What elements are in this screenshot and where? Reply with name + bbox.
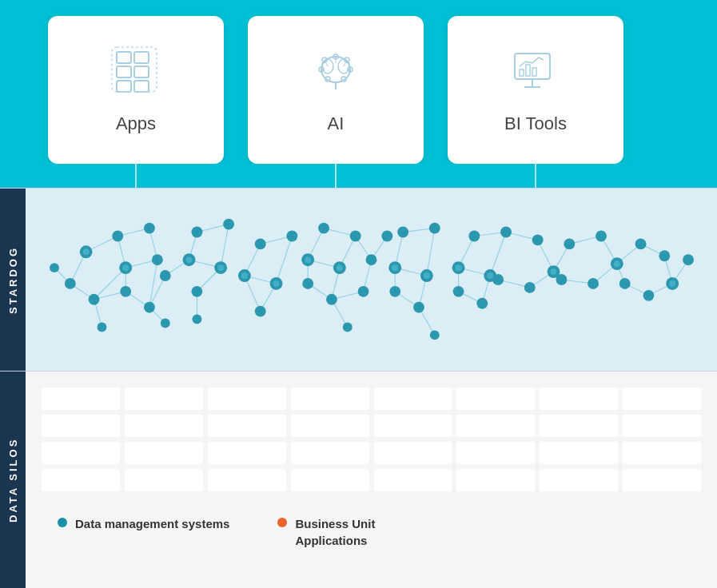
svg-point-111 <box>120 286 131 297</box>
silos-grid <box>42 387 701 491</box>
svg-point-159 <box>588 278 599 289</box>
svg-rect-2 <box>117 66 131 77</box>
svg-rect-3 <box>134 66 149 77</box>
svg-point-171 <box>241 272 248 279</box>
datasilos-content: Data management systems Business UnitApp… <box>26 371 717 588</box>
stardog-label: STARDOG <box>0 189 26 371</box>
stardog-graph <box>26 189 717 371</box>
svg-point-137 <box>366 254 377 265</box>
silo-cell <box>291 415 369 437</box>
legend-area: Data management systems Business UnitApp… <box>42 507 701 557</box>
svg-point-116 <box>161 319 170 328</box>
connector-apps <box>48 164 224 188</box>
svg-point-139 <box>397 227 408 238</box>
svg-point-157 <box>596 231 607 242</box>
svg-point-140 <box>429 223 440 234</box>
svg-point-176 <box>424 272 430 279</box>
svg-point-123 <box>192 315 201 324</box>
bi-label: BI Tools <box>504 113 567 134</box>
silo-cell <box>208 442 286 464</box>
bi-icon <box>510 46 562 104</box>
silo-cell <box>540 415 618 437</box>
silo-cell <box>623 387 701 410</box>
legend-item-orange: Business UnitApplications <box>277 515 375 549</box>
silo-cell <box>208 469 286 491</box>
datasilos-label: DATA SILOS <box>0 371 26 588</box>
silo-cell <box>291 387 369 410</box>
svg-point-112 <box>152 254 163 265</box>
silo-cell <box>456 387 535 410</box>
silo-cell <box>208 387 286 410</box>
silo-cell <box>623 415 701 437</box>
legend-dot-orange <box>277 518 287 527</box>
main-container: Apps <box>0 0 717 588</box>
silo-cell <box>42 469 120 491</box>
legend-text-blue: Data management systems <box>75 515 229 532</box>
svg-point-156 <box>564 238 575 249</box>
svg-point-154 <box>524 282 536 293</box>
svg-point-145 <box>430 330 440 340</box>
silo-cell <box>540 442 618 464</box>
svg-point-118 <box>223 219 234 230</box>
svg-line-83 <box>490 232 506 276</box>
svg-line-36 <box>94 268 126 300</box>
silo-cell <box>125 415 203 437</box>
svg-point-155 <box>492 274 504 285</box>
ai-card: AI <box>248 16 424 164</box>
svg-point-162 <box>659 250 670 261</box>
svg-point-146 <box>468 231 480 242</box>
silo-cell <box>374 415 452 437</box>
silo-cell <box>42 442 120 464</box>
datasilos-section: DATA SILOS <box>0 371 717 588</box>
svg-point-175 <box>392 264 398 271</box>
svg-point-107 <box>144 223 155 234</box>
silo-cell <box>125 387 203 410</box>
apps-card: Apps <box>48 16 224 164</box>
svg-point-160 <box>556 274 567 285</box>
svg-point-178 <box>487 272 493 279</box>
bi-card: BI Tools <box>448 16 623 164</box>
silo-cell <box>208 415 286 437</box>
legend-text-orange: Business UnitApplications <box>295 515 375 549</box>
silo-cell <box>623 442 701 464</box>
silo-cell <box>623 469 701 491</box>
svg-line-57 <box>277 236 293 283</box>
svg-point-115 <box>144 302 155 313</box>
svg-line-75 <box>427 228 435 276</box>
silo-cell <box>540 387 618 410</box>
svg-point-110 <box>89 294 100 305</box>
apps-icon <box>110 46 162 104</box>
svg-point-167 <box>83 248 90 255</box>
svg-point-133 <box>326 294 337 305</box>
silo-cell <box>456 442 535 464</box>
svg-point-134 <box>302 278 313 289</box>
svg-point-135 <box>343 323 353 332</box>
svg-point-150 <box>476 298 488 309</box>
svg-point-130 <box>350 231 361 242</box>
svg-point-129 <box>318 223 329 234</box>
silo-cell <box>374 442 452 464</box>
svg-point-180 <box>614 260 620 267</box>
svg-rect-1 <box>134 52 149 63</box>
silo-cell <box>456 469 535 491</box>
svg-point-164 <box>643 290 655 301</box>
svg-point-166 <box>683 254 694 265</box>
svg-rect-26 <box>520 70 524 76</box>
svg-rect-4 <box>117 81 131 92</box>
svg-point-125 <box>286 231 297 242</box>
silo-cell <box>291 442 369 464</box>
svg-point-106 <box>112 231 123 242</box>
svg-rect-28 <box>532 68 536 76</box>
svg-point-144 <box>389 286 400 297</box>
silo-cell <box>42 387 120 410</box>
silo-cell <box>42 415 120 437</box>
silo-cell <box>125 442 203 464</box>
svg-point-165 <box>619 278 631 289</box>
svg-point-128 <box>255 306 266 317</box>
svg-point-172 <box>273 280 280 287</box>
svg-point-124 <box>255 238 266 249</box>
ai-icon <box>310 46 362 104</box>
svg-point-179 <box>551 268 557 275</box>
svg-point-177 <box>456 264 462 271</box>
svg-point-174 <box>337 264 343 271</box>
